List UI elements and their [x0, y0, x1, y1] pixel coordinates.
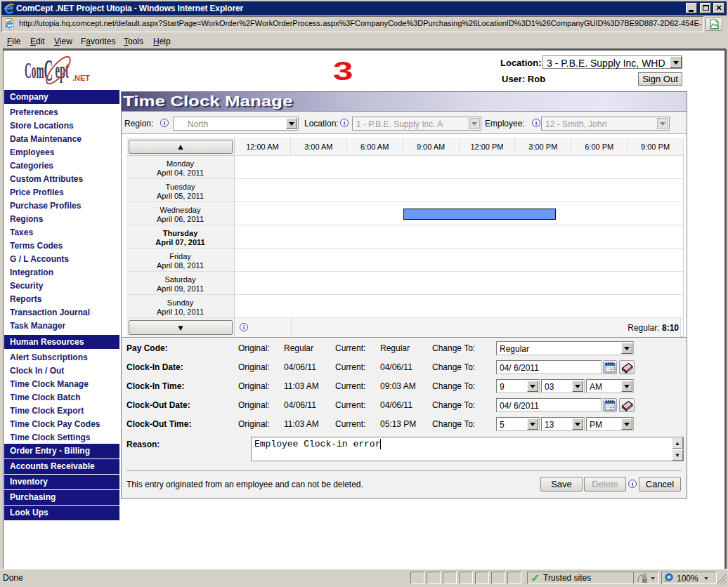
svg-text:Com: Com	[25, 58, 44, 82]
svg-text:.NET: .NET	[72, 74, 90, 82]
